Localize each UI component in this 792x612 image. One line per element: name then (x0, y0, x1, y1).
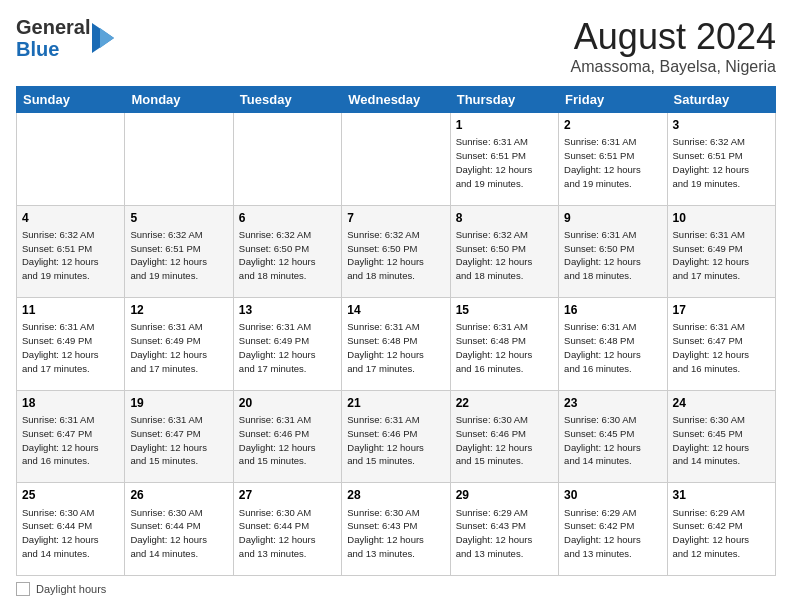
empty-cell (125, 113, 233, 206)
calendar-table: SundayMondayTuesdayWednesdayThursdayFrid… (16, 86, 776, 576)
day-info: Sunrise: 6:31 AMSunset: 6:51 PMDaylight:… (564, 136, 641, 188)
day-cell-27: 27Sunrise: 6:30 AMSunset: 6:44 PMDayligh… (233, 483, 341, 576)
day-info: Sunrise: 6:30 AMSunset: 6:44 PMDaylight:… (22, 507, 99, 559)
day-number: 24 (673, 395, 770, 411)
day-info: Sunrise: 6:30 AMSunset: 6:45 PMDaylight:… (673, 414, 750, 466)
day-number: 3 (673, 117, 770, 133)
day-number: 20 (239, 395, 336, 411)
day-info: Sunrise: 6:32 AMSunset: 6:50 PMDaylight:… (239, 229, 316, 281)
day-number: 30 (564, 487, 661, 503)
location-title: Amassoma, Bayelsa, Nigeria (571, 58, 776, 76)
col-header-thursday: Thursday (450, 87, 558, 113)
day-number: 29 (456, 487, 553, 503)
day-info: Sunrise: 6:29 AMSunset: 6:42 PMDaylight:… (564, 507, 641, 559)
day-cell-1: 1Sunrise: 6:31 AMSunset: 6:51 PMDaylight… (450, 113, 558, 206)
day-cell-8: 8Sunrise: 6:32 AMSunset: 6:50 PMDaylight… (450, 205, 558, 298)
day-info: Sunrise: 6:31 AMSunset: 6:46 PMDaylight:… (347, 414, 424, 466)
day-cell-2: 2Sunrise: 6:31 AMSunset: 6:51 PMDaylight… (559, 113, 667, 206)
logo-arrow-icon (92, 19, 122, 57)
day-number: 8 (456, 210, 553, 226)
day-cell-14: 14Sunrise: 6:31 AMSunset: 6:48 PMDayligh… (342, 298, 450, 391)
day-cell-21: 21Sunrise: 6:31 AMSunset: 6:46 PMDayligh… (342, 390, 450, 483)
day-cell-7: 7Sunrise: 6:32 AMSunset: 6:50 PMDaylight… (342, 205, 450, 298)
footer-note: Daylight hours (16, 582, 776, 596)
logo-blue: Blue (16, 38, 59, 60)
day-number: 11 (22, 302, 119, 318)
day-info: Sunrise: 6:31 AMSunset: 6:48 PMDaylight:… (564, 321, 641, 373)
calendar-header-row: SundayMondayTuesdayWednesdayThursdayFrid… (17, 87, 776, 113)
day-number: 18 (22, 395, 119, 411)
day-info: Sunrise: 6:31 AMSunset: 6:47 PMDaylight:… (22, 414, 99, 466)
logo: General Blue (16, 16, 122, 60)
day-info: Sunrise: 6:29 AMSunset: 6:43 PMDaylight:… (456, 507, 533, 559)
day-info: Sunrise: 6:31 AMSunset: 6:49 PMDaylight:… (239, 321, 316, 373)
day-cell-12: 12Sunrise: 6:31 AMSunset: 6:49 PMDayligh… (125, 298, 233, 391)
day-cell-6: 6Sunrise: 6:32 AMSunset: 6:50 PMDaylight… (233, 205, 341, 298)
day-cell-13: 13Sunrise: 6:31 AMSunset: 6:49 PMDayligh… (233, 298, 341, 391)
empty-cell (17, 113, 125, 206)
day-info: Sunrise: 6:29 AMSunset: 6:42 PMDaylight:… (673, 507, 750, 559)
page: General Blue August 2024 Amassoma, Bayel… (0, 0, 792, 612)
day-info: Sunrise: 6:31 AMSunset: 6:46 PMDaylight:… (239, 414, 316, 466)
week-row-5: 25Sunrise: 6:30 AMSunset: 6:44 PMDayligh… (17, 483, 776, 576)
day-number: 28 (347, 487, 444, 503)
month-title: August 2024 (571, 16, 776, 58)
day-info: Sunrise: 6:31 AMSunset: 6:47 PMDaylight:… (130, 414, 207, 466)
day-info: Sunrise: 6:32 AMSunset: 6:50 PMDaylight:… (347, 229, 424, 281)
day-number: 26 (130, 487, 227, 503)
day-number: 17 (673, 302, 770, 318)
day-cell-30: 30Sunrise: 6:29 AMSunset: 6:42 PMDayligh… (559, 483, 667, 576)
day-info: Sunrise: 6:31 AMSunset: 6:49 PMDaylight:… (673, 229, 750, 281)
col-header-sunday: Sunday (17, 87, 125, 113)
day-cell-24: 24Sunrise: 6:30 AMSunset: 6:45 PMDayligh… (667, 390, 775, 483)
day-info: Sunrise: 6:32 AMSunset: 6:50 PMDaylight:… (456, 229, 533, 281)
day-cell-28: 28Sunrise: 6:30 AMSunset: 6:43 PMDayligh… (342, 483, 450, 576)
day-info: Sunrise: 6:31 AMSunset: 6:50 PMDaylight:… (564, 229, 641, 281)
day-cell-5: 5Sunrise: 6:32 AMSunset: 6:51 PMDaylight… (125, 205, 233, 298)
day-cell-29: 29Sunrise: 6:29 AMSunset: 6:43 PMDayligh… (450, 483, 558, 576)
day-number: 2 (564, 117, 661, 133)
empty-cell (342, 113, 450, 206)
day-info: Sunrise: 6:30 AMSunset: 6:46 PMDaylight:… (456, 414, 533, 466)
day-info: Sunrise: 6:30 AMSunset: 6:44 PMDaylight:… (239, 507, 316, 559)
day-number: 19 (130, 395, 227, 411)
day-number: 10 (673, 210, 770, 226)
day-cell-15: 15Sunrise: 6:31 AMSunset: 6:48 PMDayligh… (450, 298, 558, 391)
col-header-monday: Monday (125, 87, 233, 113)
day-number: 16 (564, 302, 661, 318)
day-cell-19: 19Sunrise: 6:31 AMSunset: 6:47 PMDayligh… (125, 390, 233, 483)
col-header-saturday: Saturday (667, 87, 775, 113)
daylight-box-icon (16, 582, 30, 596)
day-cell-9: 9Sunrise: 6:31 AMSunset: 6:50 PMDaylight… (559, 205, 667, 298)
day-info: Sunrise: 6:31 AMSunset: 6:48 PMDaylight:… (347, 321, 424, 373)
day-info: Sunrise: 6:30 AMSunset: 6:44 PMDaylight:… (130, 507, 207, 559)
day-number: 21 (347, 395, 444, 411)
col-header-tuesday: Tuesday (233, 87, 341, 113)
day-cell-10: 10Sunrise: 6:31 AMSunset: 6:49 PMDayligh… (667, 205, 775, 298)
day-info: Sunrise: 6:31 AMSunset: 6:49 PMDaylight:… (22, 321, 99, 373)
day-number: 4 (22, 210, 119, 226)
day-cell-22: 22Sunrise: 6:30 AMSunset: 6:46 PMDayligh… (450, 390, 558, 483)
day-number: 31 (673, 487, 770, 503)
day-info: Sunrise: 6:30 AMSunset: 6:45 PMDaylight:… (564, 414, 641, 466)
empty-cell (233, 113, 341, 206)
week-row-4: 18Sunrise: 6:31 AMSunset: 6:47 PMDayligh… (17, 390, 776, 483)
day-cell-20: 20Sunrise: 6:31 AMSunset: 6:46 PMDayligh… (233, 390, 341, 483)
day-info: Sunrise: 6:31 AMSunset: 6:48 PMDaylight:… (456, 321, 533, 373)
day-cell-16: 16Sunrise: 6:31 AMSunset: 6:48 PMDayligh… (559, 298, 667, 391)
day-info: Sunrise: 6:31 AMSunset: 6:47 PMDaylight:… (673, 321, 750, 373)
day-number: 9 (564, 210, 661, 226)
day-number: 27 (239, 487, 336, 503)
day-number: 12 (130, 302, 227, 318)
day-cell-23: 23Sunrise: 6:30 AMSunset: 6:45 PMDayligh… (559, 390, 667, 483)
day-info: Sunrise: 6:32 AMSunset: 6:51 PMDaylight:… (22, 229, 99, 281)
day-number: 1 (456, 117, 553, 133)
day-number: 7 (347, 210, 444, 226)
day-number: 13 (239, 302, 336, 318)
day-number: 5 (130, 210, 227, 226)
day-info: Sunrise: 6:32 AMSunset: 6:51 PMDaylight:… (130, 229, 207, 281)
day-cell-4: 4Sunrise: 6:32 AMSunset: 6:51 PMDaylight… (17, 205, 125, 298)
svg-marker-1 (100, 28, 114, 48)
week-row-1: 1Sunrise: 6:31 AMSunset: 6:51 PMDaylight… (17, 113, 776, 206)
day-info: Sunrise: 6:32 AMSunset: 6:51 PMDaylight:… (673, 136, 750, 188)
